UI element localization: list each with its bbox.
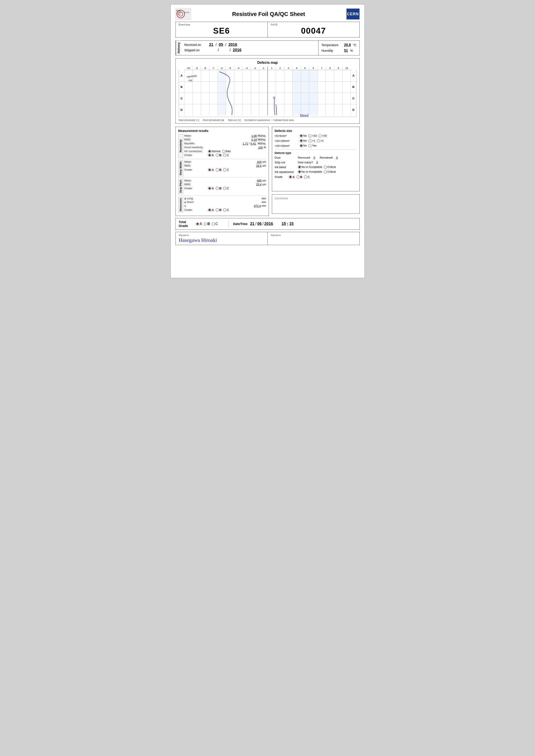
resistivity-maxmin-label: Max/Min: <box>184 142 208 145</box>
ink-squeeze-critical[interactable]: Critical <box>324 170 336 173</box>
sp-grade-c[interactable]: C <box>223 187 229 190</box>
defect-gt10x10-no-circle <box>300 144 303 147</box>
resistivity-grade-a-circle <box>208 154 211 157</box>
hv-bad-option[interactable]: Bad <box>222 150 231 153</box>
dim-grade-a[interactable]: A <box>208 208 214 212</box>
cell-c-pos3 <box>284 93 293 104</box>
col-neg6: -6 <box>217 67 226 70</box>
resistivity-good-label: Good resistivity: <box>184 146 208 149</box>
ink-bleed-critical-label: Critical <box>327 166 336 169</box>
defects-grade-a[interactable]: A <box>289 175 295 179</box>
cell-b-pos6 <box>309 81 318 93</box>
defect-10x10-lt1[interactable]: <1 <box>308 139 315 142</box>
cell-b-neg9 <box>193 81 201 93</box>
defect-5x5-gt10[interactable]: >10 <box>319 134 327 137</box>
resistivity-rms-unit: MΩ/sq. <box>258 138 266 141</box>
total-grade-c[interactable]: C <box>212 222 218 226</box>
ink-bleed-row: Ink bleed No or Acceptable Critical <box>275 166 357 169</box>
defect-gt10x10-no[interactable]: No <box>300 144 307 147</box>
sw-grade-a[interactable]: A <box>208 168 214 172</box>
foil-id-label: Foil ID <box>270 23 356 26</box>
col-pos8: 8 <box>326 67 334 70</box>
col-pos1: 1 <box>268 67 276 70</box>
svg-text:UNIVERSITY: UNIVERSITY <box>176 12 183 13</box>
defect-5x5-no[interactable]: No <box>300 134 307 137</box>
defects-grade-a-circle <box>289 176 292 178</box>
resistivity-grade-a[interactable]: A <box>208 153 214 157</box>
received-label: Received on <box>184 43 207 46</box>
cell-a-pos3 <box>284 70 293 81</box>
col-neg4: -4 <box>234 67 242 70</box>
datetime-label: Date/Time <box>233 222 247 226</box>
total-grade-label: TotalGrade <box>179 220 196 228</box>
cell-b-neg1 <box>259 81 268 93</box>
cell-b-neg8 <box>201 81 210 93</box>
temperature-unit: °C <box>353 43 356 47</box>
defect-gt10x10-yes[interactable]: Yes <box>308 144 316 147</box>
strip-width-label: Strip Width <box>178 160 183 176</box>
sw-rms-unit: um <box>263 164 266 167</box>
sp-grade-a[interactable]: A <box>208 187 214 190</box>
ink-bleed-critical[interactable]: Critical <box>324 166 336 169</box>
measurement-title: Measurement results <box>178 129 266 133</box>
hv-bad-label: Bad <box>226 150 231 153</box>
cell-c-pos7 <box>318 93 326 104</box>
defect-5x5-gt10-label: >10 <box>322 134 327 137</box>
sw-grade-c[interactable]: C <box>223 168 229 172</box>
cell-c-neg7 <box>210 93 218 104</box>
resistivity-min-value: 0.41 <box>251 142 256 145</box>
total-grade-b[interactable]: B <box>204 222 210 226</box>
ink-bleed-critical-circle <box>324 166 327 169</box>
defect-10x10-gt1[interactable]: >1 <box>317 139 324 142</box>
received-year: 2016 <box>229 42 237 47</box>
defect-10x10-no[interactable]: No <box>300 139 307 142</box>
hv-radio-group: Normal Bad <box>208 150 231 153</box>
foil-id-cell: Foil ID 00047 <box>268 22 359 37</box>
sw-grade-b[interactable]: B <box>216 168 221 172</box>
total-grade-a[interactable]: A <box>196 222 202 226</box>
defect-5x5-lt10-circle <box>308 134 311 137</box>
ink-bleed-noacc[interactable]: No or Acceptable <box>298 166 322 169</box>
defects-grade-label: Grade <box>275 175 288 178</box>
defect-5x5-radio: No <10 >10 <box>300 134 327 137</box>
resistivity-grade-c[interactable]: C <box>223 153 229 157</box>
sw-grade-radio: A B C <box>208 168 229 172</box>
defect-5x5-no-circle <box>300 134 303 137</box>
resistivity-grade-b[interactable]: B <box>216 153 221 157</box>
sp-grade-b[interactable]: B <box>216 187 221 190</box>
defect-gt10x10-no-label: No <box>303 144 307 147</box>
cell-c-neg2 <box>251 93 259 104</box>
hv-normal-option[interactable]: Normal <box>208 150 220 153</box>
row-label-a-right: A <box>351 70 356 81</box>
col-neg1: -1 <box>259 67 268 70</box>
defects-grade-b[interactable]: B <box>296 175 302 179</box>
defects-map-title: Defects map <box>179 61 356 65</box>
dust-row: Dust Removed: 0 Remained: 0 <box>275 156 357 159</box>
total-grade-separator <box>229 221 229 227</box>
cell-c-neg1 <box>259 93 268 104</box>
ink-squeeze-row: Ink squeezeout No or Acceptable Critical <box>275 170 357 174</box>
row-label-c-right: C <box>351 93 356 104</box>
sp-grade-label: Grade: <box>184 187 208 190</box>
dim-grade-c[interactable]: C <box>223 208 229 212</box>
cell-a-neg5 <box>226 70 235 81</box>
col-pos6: 6 <box>309 67 318 70</box>
defects-grade-c[interactable]: C <box>304 175 310 179</box>
dust-removed-label: Removed: <box>298 156 311 159</box>
defect-5x5-lt10[interactable]: <10 <box>308 134 317 137</box>
sw-rms-value: 18.5 <box>208 164 262 168</box>
cell-c-neg9 <box>193 93 201 104</box>
ink-squeeze-noacc[interactable]: No or Acceptable <box>298 170 322 173</box>
sp-grade-b-circle <box>216 187 219 190</box>
resistivity-grade-radio: A B C <box>208 153 229 157</box>
dim-grade-row: Grade: A B C <box>184 208 266 212</box>
legend-ink-bleed: Ink bleed or squeezeout → Indicate those… <box>244 119 294 121</box>
defect-5x5-no-label: No <box>303 134 307 137</box>
dimension-rows: φ Long: mm φ Short: mm η: 472.4 mm <box>184 197 266 212</box>
signature-left-value: Hasegawa Hiroaki <box>179 237 265 243</box>
cell-a-pos6 <box>309 70 318 81</box>
page-title: Resistive Foil QA/QC Sheet <box>191 11 346 17</box>
sp-grade-row: Grade: A B C <box>184 187 266 190</box>
cell-b-pos10 <box>342 81 351 93</box>
dim-grade-b[interactable]: B <box>216 208 221 212</box>
